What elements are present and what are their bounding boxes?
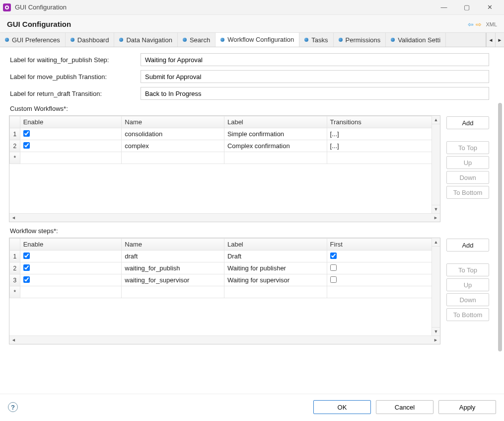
cell-name[interactable]: complex	[122, 140, 224, 152]
new-row[interactable]: *	[10, 286, 440, 298]
tab-dot-icon	[5, 38, 9, 42]
col-first[interactable]: First	[327, 239, 439, 251]
cell-transitions[interactable]: [...]	[327, 140, 439, 152]
cell-label[interactable]: Draft	[224, 251, 327, 262]
enable-checkbox[interactable]	[23, 264, 30, 271]
add-button[interactable]: Add	[446, 116, 489, 129]
close-button[interactable]: ✕	[478, 0, 501, 15]
cell-label[interactable]: Waiting for publisher	[224, 262, 327, 274]
enable-checkbox[interactable]	[23, 142, 30, 149]
field-input-return[interactable]	[141, 87, 489, 100]
first-checkbox[interactable]	[330, 276, 337, 283]
row-number: *	[10, 152, 20, 164]
cell-label[interactable]: Complex confirmation	[224, 140, 327, 152]
help-icon[interactable]: ?	[8, 402, 18, 412]
section-label-workflow-steps: Workflow steps*:	[10, 227, 495, 235]
to-bottom-button[interactable]: To Bottom	[446, 308, 489, 321]
cell-label[interactable]: Simple confirmation	[224, 128, 327, 140]
tab-label: Permissions	[346, 36, 381, 44]
cell-name[interactable]: draft	[122, 251, 224, 262]
cell-first[interactable]	[327, 262, 439, 274]
cell-name[interactable]: waiting_for_supervisor	[122, 274, 224, 286]
app-icon	[3, 3, 11, 11]
cell-label[interactable]: Waiting for supervisor	[224, 274, 327, 286]
minimize-button[interactable]: —	[432, 0, 455, 15]
apply-button[interactable]: Apply	[438, 400, 496, 414]
col-label[interactable]: Label	[224, 239, 327, 251]
to-bottom-button[interactable]: To Bottom	[446, 186, 489, 199]
tab-dot-icon	[304, 38, 308, 42]
maximize-button[interactable]: ▢	[455, 0, 478, 15]
row-number: *	[10, 286, 20, 298]
cell-enable[interactable]	[20, 262, 122, 274]
tab-data-navigation[interactable]: Data Navigation	[114, 33, 178, 47]
cell-enable[interactable]	[20, 251, 122, 262]
to-top-button[interactable]: To Top	[446, 263, 489, 276]
tab-dashboard[interactable]: Dashboard	[66, 33, 115, 47]
tab-validation-setti[interactable]: Validation Setti	[386, 33, 446, 47]
up-button[interactable]: Up	[446, 278, 489, 291]
tabs-bar: GUI PreferencesDashboardData NavigationS…	[0, 33, 504, 47]
cancel-button[interactable]: Cancel	[376, 400, 433, 414]
tab-dot-icon	[71, 38, 74, 42]
table-row[interactable]: 2complexComplex confirmation[...]	[10, 140, 440, 152]
cell-transitions[interactable]: [...]	[327, 128, 439, 140]
table-row[interactable]: 1draftDraft	[10, 251, 440, 262]
tab-label: Workflow Configuration	[227, 36, 294, 43]
content-area: Label for waiting_for_publish Step: Labe…	[0, 47, 504, 394]
hscroll[interactable]: ◄►	[9, 336, 440, 344]
col-enable[interactable]: Enable	[20, 239, 122, 251]
add-button[interactable]: Add	[446, 239, 489, 252]
cell-first[interactable]	[327, 251, 439, 262]
tab-dot-icon	[391, 38, 395, 42]
col-name[interactable]: Name	[122, 116, 224, 128]
ok-button[interactable]: OK	[313, 400, 371, 414]
vscroll[interactable]: ▲▼	[432, 116, 440, 213]
vscroll[interactable]: ▲▼	[432, 238, 440, 336]
down-button[interactable]: Down	[446, 171, 489, 184]
tab-scroll-right[interactable]: ►	[495, 33, 504, 47]
content-scrollbar[interactable]	[498, 53, 502, 389]
first-checkbox[interactable]	[330, 253, 337, 259]
table-row[interactable]: 1consolidationSimple confirmation[...]	[10, 128, 440, 140]
new-row[interactable]: *	[10, 152, 440, 164]
down-button[interactable]: Down	[446, 293, 489, 306]
field-input-move[interactable]	[141, 70, 489, 83]
field-input-waiting[interactable]	[141, 53, 489, 66]
first-checkbox[interactable]	[330, 264, 337, 271]
hscroll[interactable]: ◄►	[9, 213, 440, 222]
tab-tasks[interactable]: Tasks	[299, 33, 333, 47]
cell-enable[interactable]	[20, 140, 122, 152]
col-transitions[interactable]: Transitions	[327, 116, 439, 128]
cell-first[interactable]	[327, 274, 439, 286]
tab-search[interactable]: Search	[178, 33, 216, 47]
col-name[interactable]: Name	[122, 239, 224, 251]
cell-enable[interactable]	[20, 274, 122, 286]
nav-forward-icon[interactable]: ⇨	[476, 20, 482, 28]
col-label[interactable]: Label	[224, 116, 327, 128]
row-number: 2	[10, 262, 20, 274]
custom-workflows-side-buttons: Add To Top Up Down To Bottom	[446, 115, 489, 199]
tab-gui-preferences[interactable]: GUI Preferences	[0, 33, 66, 47]
enable-checkbox[interactable]	[23, 130, 30, 137]
workflow-steps-table: Enable Name Label First 1draftDraft2wait…	[9, 238, 440, 344]
cell-name[interactable]: waiting_for_publish	[122, 262, 224, 274]
cell-name[interactable]: consolidation	[122, 128, 224, 140]
svg-point-1	[6, 6, 8, 8]
nav-back-icon[interactable]: ⇦	[468, 20, 474, 28]
page-title: GUI Configuration	[7, 20, 467, 28]
tab-permissions[interactable]: Permissions	[334, 33, 386, 47]
tab-scroll-left[interactable]: ◄	[486, 33, 495, 47]
col-enable[interactable]: Enable	[20, 116, 122, 128]
table-row[interactable]: 2waiting_for_publishWaiting for publishe…	[10, 262, 440, 274]
enable-checkbox[interactable]	[23, 276, 30, 283]
xml-link[interactable]: XML	[486, 21, 497, 27]
up-button[interactable]: Up	[446, 156, 489, 169]
tab-workflow-configuration[interactable]: Workflow Configuration	[216, 33, 299, 47]
to-top-button[interactable]: To Top	[446, 141, 489, 154]
row-number: 1	[10, 251, 20, 262]
enable-checkbox[interactable]	[23, 253, 30, 259]
cell-enable[interactable]	[20, 128, 122, 140]
table-row[interactable]: 3waiting_for_supervisorWaiting for super…	[10, 274, 440, 286]
tab-scroll-controls: ◄ ►	[486, 33, 504, 47]
